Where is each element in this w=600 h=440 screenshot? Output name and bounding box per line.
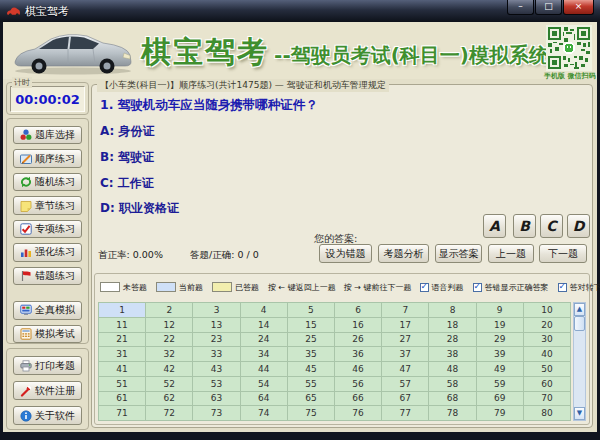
question-number-cell[interactable]: 28	[429, 333, 475, 347]
question-number-cell[interactable]: 64	[241, 392, 287, 406]
question-number-cell[interactable]: 62	[146, 392, 192, 406]
question-number-cell[interactable]: 4	[241, 303, 287, 317]
question-number-cell[interactable]: 70	[524, 392, 570, 406]
nav-button-full-simulation[interactable]: 全真模拟	[13, 301, 82, 319]
question-number-cell[interactable]: 55	[288, 377, 334, 391]
minimize-button[interactable]: –	[507, 0, 534, 15]
question-number-cell[interactable]: 3	[193, 303, 239, 317]
next-question-button[interactable]: 下一题	[539, 244, 587, 263]
question-number-cell[interactable]: 30	[524, 333, 570, 347]
question-number-cell[interactable]: 42	[146, 362, 192, 376]
question-number-cell[interactable]: 56	[335, 377, 381, 391]
answer-c-button[interactable]: C	[540, 214, 563, 238]
question-number-cell[interactable]: 78	[429, 406, 475, 420]
about-software-button[interactable]: 关于软件	[13, 406, 82, 425]
question-number-cell[interactable]: 53	[193, 377, 239, 391]
question-number-cell[interactable]: 17	[382, 318, 428, 332]
software-register-button[interactable]: 软件注册	[13, 381, 82, 400]
question-number-cell[interactable]: 51	[99, 377, 145, 391]
question-number-cell[interactable]: 49	[477, 362, 523, 376]
question-number-cell[interactable]: 12	[146, 318, 192, 332]
question-number-cell[interactable]: 71	[99, 406, 145, 420]
question-number-cell[interactable]: 74	[241, 406, 287, 420]
question-number-cell[interactable]: 19	[477, 318, 523, 332]
voice-judge-checkbox[interactable]	[420, 283, 429, 292]
nav-button-wrong-question-practice[interactable]: 错题练习	[13, 267, 82, 285]
question-number-cell[interactable]: 18	[429, 318, 475, 332]
nav-button-intensive-practice[interactable]: 强化练习	[13, 243, 82, 261]
question-number-cell[interactable]: 32	[146, 347, 192, 361]
question-number-cell[interactable]: 2	[146, 303, 192, 317]
question-number-cell[interactable]: 73	[193, 406, 239, 420]
question-number-cell[interactable]: 37	[382, 347, 428, 361]
question-number-cell[interactable]: 31	[99, 347, 145, 361]
question-number-cell[interactable]: 80	[524, 406, 570, 420]
question-number-cell[interactable]: 5	[288, 303, 334, 317]
question-number-cell[interactable]: 61	[99, 392, 145, 406]
auto-next-on-correct-checkbox[interactable]	[558, 283, 567, 292]
maximize-button[interactable]: □	[535, 0, 562, 15]
grid-scrollbar[interactable]: ▲ ▼	[573, 302, 586, 421]
question-number-cell[interactable]: 46	[335, 362, 381, 376]
question-number-cell[interactable]: 68	[429, 392, 475, 406]
question-number-cell[interactable]: 79	[477, 406, 523, 420]
question-number-cell[interactable]: 65	[288, 392, 334, 406]
question-number-cell[interactable]: 23	[193, 333, 239, 347]
previous-question-button[interactable]: 上一题	[488, 244, 534, 263]
question-number-cell[interactable]: 60	[524, 377, 570, 391]
window-titlebar[interactable]: 棋宝驾考 – □ ×	[0, 0, 600, 22]
question-number-cell[interactable]: 11	[99, 318, 145, 332]
question-number-cell[interactable]: 1	[99, 303, 145, 317]
show-answer-button[interactable]: 显示答案	[435, 244, 482, 263]
question-number-cell[interactable]: 29	[477, 333, 523, 347]
scroll-down-button[interactable]: ▼	[574, 407, 585, 420]
nav-button-mock-exam[interactable]: 模拟考试	[13, 325, 82, 343]
nav-button-special-practice[interactable]: 专项练习	[13, 220, 82, 238]
question-number-cell[interactable]: 47	[382, 362, 428, 376]
question-number-cell[interactable]: 8	[429, 303, 475, 317]
question-number-cell[interactable]: 22	[146, 333, 192, 347]
show-correct-on-wrong-checkbox[interactable]	[473, 283, 482, 292]
question-number-cell[interactable]: 72	[146, 406, 192, 420]
nav-button-random-practice[interactable]: 随机练习	[13, 173, 82, 191]
question-number-cell[interactable]: 20	[524, 318, 570, 332]
question-number-cell[interactable]: 16	[335, 318, 381, 332]
question-number-cell[interactable]: 75	[288, 406, 334, 420]
question-number-cell[interactable]: 50	[524, 362, 570, 376]
question-number-cell[interactable]: 44	[241, 362, 287, 376]
scrollbar-thumb[interactable]	[574, 316, 585, 331]
answer-a-button[interactable]: A	[483, 214, 506, 238]
question-number-cell[interactable]: 10	[524, 303, 570, 317]
question-number-cell[interactable]: 27	[382, 333, 428, 347]
question-number-cell[interactable]: 58	[429, 377, 475, 391]
question-number-cell[interactable]: 6	[335, 303, 381, 317]
question-number-cell[interactable]: 38	[429, 347, 475, 361]
question-number-cell[interactable]: 36	[335, 347, 381, 361]
question-number-cell[interactable]: 40	[524, 347, 570, 361]
question-number-cell[interactable]: 35	[288, 347, 334, 361]
question-number-cell[interactable]: 66	[335, 392, 381, 406]
question-number-cell[interactable]: 24	[241, 333, 287, 347]
nav-button-sequential-practice[interactable]: 顺序练习	[13, 149, 82, 167]
question-number-cell[interactable]: 77	[382, 406, 428, 420]
question-number-cell[interactable]: 21	[99, 333, 145, 347]
question-number-cell[interactable]: 41	[99, 362, 145, 376]
question-analysis-button[interactable]: 考题分析	[378, 244, 429, 263]
question-number-cell[interactable]: 13	[193, 318, 239, 332]
question-number-cell[interactable]: 76	[335, 406, 381, 420]
question-number-cell[interactable]: 26	[335, 333, 381, 347]
question-number-cell[interactable]: 67	[382, 392, 428, 406]
question-number-cell[interactable]: 7	[382, 303, 428, 317]
close-button[interactable]: ×	[563, 0, 594, 15]
question-number-cell[interactable]: 43	[193, 362, 239, 376]
question-number-cell[interactable]: 25	[288, 333, 334, 347]
question-number-cell[interactable]: 57	[382, 377, 428, 391]
question-number-cell[interactable]: 63	[193, 392, 239, 406]
print-questions-button[interactable]: 打印考题	[13, 356, 82, 375]
answer-d-button[interactable]: D	[567, 214, 590, 238]
question-number-cell[interactable]: 14	[241, 318, 287, 332]
question-number-cell[interactable]: 48	[429, 362, 475, 376]
question-number-cell[interactable]: 39	[477, 347, 523, 361]
question-number-cell[interactable]: 15	[288, 318, 334, 332]
question-number-cell[interactable]: 45	[288, 362, 334, 376]
